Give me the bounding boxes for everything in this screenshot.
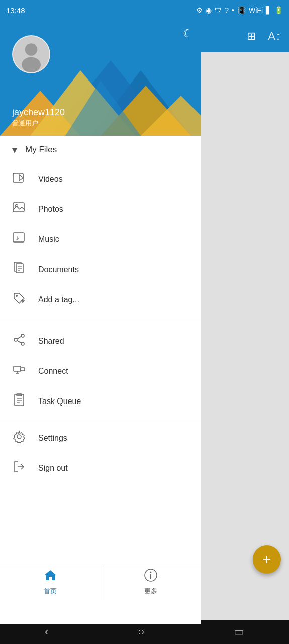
wifi-status-icon: WiFi [249,6,263,14]
svg-point-27 [21,342,24,345]
task-svg [13,393,26,407]
sign-out-label: Sign out [38,464,68,473]
recents-button[interactable]: ▭ [234,625,244,638]
my-files-label: My Files [25,145,57,155]
home-button[interactable]: ○ [138,625,144,638]
tag-icon [12,292,26,308]
connect-svg [13,363,26,376]
photos-icon [12,201,26,217]
settings-status-icon: ⚙ [196,6,203,14]
back-button[interactable]: ‹ [45,625,48,638]
task-queue-label: Task Queue [38,397,81,406]
video-svg [13,171,26,184]
svg-point-25 [21,334,24,337]
home-tab-label: 首页 [44,587,57,596]
username-label: jaychew1120 [12,107,65,118]
svg-rect-35 [17,394,22,396]
divider-2 [0,420,201,420]
shield-status-icon: 🛡 [215,6,222,14]
menu-item-music[interactable]: ♪ Music [0,224,201,255]
svg-point-44 [150,572,152,573]
menu-item-settings[interactable]: Settings [0,423,201,453]
fab-add-button[interactable]: + [253,545,281,574]
drawer-header: ☾ jaychew1120 普通用户 [0,20,201,136]
my-files-chevron-icon: ▾ [12,144,17,156]
document-svg [13,262,26,275]
shared-label: Shared [38,337,64,346]
svg-point-8 [25,43,38,56]
documents-label: Documents [38,265,79,274]
my-files-section: ▾ My Files Videos [0,136,201,319]
user-role-label: 普通用户 [12,119,38,128]
menu-item-photos[interactable]: Photos [0,194,201,224]
menu-item-sign-out[interactable]: Sign out [0,453,201,484]
svg-rect-12 [13,203,24,212]
menu-item-add-tag[interactable]: Add a tag... [0,285,201,315]
svg-line-28 [17,337,21,339]
more-tab-label: 更多 [144,587,157,596]
menu-item-connect[interactable]: Connect [0,356,201,386]
svg-point-26 [14,338,17,341]
videos-label: Videos [38,175,63,184]
divider-1 [0,323,201,323]
location-status-icon: ◉ [206,6,212,14]
svg-point-21 [16,295,18,297]
signout-svg [13,460,26,473]
home-svg [43,568,57,582]
fab-plus-icon: + [263,551,271,568]
grid-view-icon[interactable]: ⊞ [247,30,256,43]
tab-more[interactable]: 更多 [101,564,202,600]
avatar-container [12,35,50,73]
settings-label: Settings [38,434,67,443]
status-bar: 13:48 ⚙ ◉ 🛡 ? • 📳 WiFi ▋ 🔋 [0,0,289,20]
home-icon [43,568,57,586]
sign-out-icon [12,460,26,476]
documents-icon [12,262,26,278]
vibrate-status-icon: 📳 [237,6,246,14]
my-files-header[interactable]: ▾ My Files [0,136,201,164]
photo-svg [13,201,26,214]
music-svg: ♪ [13,231,26,245]
menu-item-videos[interactable]: Videos [0,164,201,194]
help-status-icon: ? [225,6,229,14]
settings-icon [12,430,26,446]
svg-line-29 [17,341,21,343]
more-icon [144,568,158,586]
status-icons: ⚙ ◉ 🛡 ? • 📳 WiFi ▋ 🔋 [196,6,283,14]
svg-rect-31 [21,368,25,371]
info-svg [144,568,158,582]
photos-label: Photos [38,205,63,214]
share-svg [13,333,26,346]
connect-icon [12,363,26,379]
svg-point-39 [17,435,21,439]
drawer-menu: ▾ My Files Videos [0,136,201,624]
music-label: Music [38,235,59,244]
tab-home[interactable]: 首页 [0,564,101,600]
tag-svg [13,292,26,305]
svg-point-9 [22,57,41,72]
add-tag-label: Add a tag... [38,295,79,304]
navigation-drawer: ☾ jaychew1120 普通用户 ▾ My Files [0,20,201,624]
header-settings-icon[interactable]: ☾ [183,27,193,40]
gear-svg [13,430,26,443]
share-icon [12,333,26,349]
svg-rect-30 [14,366,21,371]
dot-status-icon: • [232,6,234,14]
task-queue-icon [12,393,26,410]
svg-marker-11 [19,175,23,181]
status-time: 13:48 [6,6,25,15]
menu-item-task-queue[interactable]: Task Queue [0,386,201,417]
bottom-tabbar: 首页 更多 [0,564,201,600]
svg-marker-41 [44,570,56,580]
avatar-person-icon [13,35,49,73]
videos-icon [12,171,26,187]
sort-icon[interactable]: A↕ [268,30,281,43]
svg-rect-10 [13,173,23,182]
battery-status-icon: 🔋 [274,6,283,14]
signal-status-icon: ▋ [266,6,271,14]
menu-item-documents[interactable]: Documents [0,255,201,285]
avatar[interactable] [12,35,50,73]
menu-item-shared[interactable]: Shared [0,326,201,356]
music-icon: ♪ [12,231,26,248]
svg-text:♪: ♪ [16,234,19,242]
